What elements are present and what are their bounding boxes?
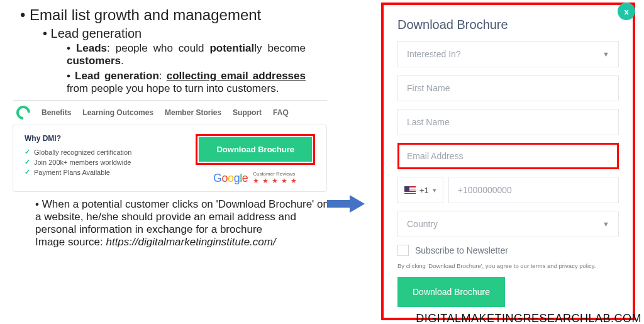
check-icon: ✓ (25, 148, 30, 156)
phone-field[interactable]: +1000000000 (448, 177, 619, 203)
leadgen-definition: Lead generation: collecting email addres… (67, 70, 306, 95)
watermark: DIGITALMAKETINGRESEARCHLAB.COM (416, 312, 641, 324)
first-name-field[interactable]: First Name (397, 75, 619, 101)
feature-row: ✓Payment Plans Available (25, 168, 131, 176)
google-reviews: Google Customer Reviews ★ ★ ★ ★ ★ (213, 171, 297, 185)
star-icons: ★ ★ ★ ★ ★ (253, 177, 297, 185)
dmi-logo-icon (13, 103, 33, 122)
nav-faq[interactable]: FAQ (273, 108, 289, 117)
interested-in-select[interactable]: Interested In? ▼ (397, 41, 619, 67)
subscribe-checkbox[interactable] (397, 245, 409, 256)
chevron-down-icon: ▼ (602, 220, 609, 228)
dmi-widget: Benefits Learning Outcomes Member Storie… (13, 100, 327, 192)
definitions-list: Leads: people who could potentially beco… (67, 42, 306, 95)
check-icon: ✓ (25, 158, 30, 166)
dmi-card: Why DMI? ✓Globally recognized certificat… (13, 125, 327, 192)
download-brochure-button[interactable]: Download Brochure (199, 137, 312, 162)
dial-code-select[interactable]: +1 ▾ (397, 177, 443, 203)
download-highlight-box: Download Brochure (196, 134, 315, 165)
reviews-label: Customer Reviews (253, 171, 297, 177)
last-name-field[interactable]: Last Name (397, 109, 619, 135)
brochure-form: x Download Brochure Interested In? ▼ Fir… (381, 3, 635, 320)
feature-row: ✓Globally recognized certification (25, 148, 131, 156)
dmi-nav: Benefits Learning Outcomes Member Storie… (13, 101, 327, 125)
chevron-down-icon: ▾ (433, 186, 436, 194)
feature-row: ✓Join 200k+ members worldwide (25, 158, 131, 166)
nav-support[interactable]: Support (233, 108, 262, 117)
caption-text: When a potential customer clicks on 'Dow… (35, 198, 331, 249)
nav-learning-outcomes[interactable]: Learning Outcomes (82, 108, 153, 117)
why-dmi-heading: Why DMI? (25, 134, 131, 143)
us-flag-icon (404, 186, 416, 194)
chevron-down-icon: ▼ (602, 50, 609, 58)
arrow-icon (327, 195, 365, 213)
terms-text: By clicking 'Download Brochure', you agr… (397, 262, 619, 269)
google-logo: Google (213, 172, 248, 185)
subscribe-row[interactable]: Subscribe to Newsletter (397, 245, 619, 256)
form-title: Download Brochure (397, 18, 619, 32)
email-field[interactable]: Email Address (397, 143, 619, 169)
submit-download-button[interactable]: Download Brochure (397, 277, 505, 307)
nav-member-stories[interactable]: Member Stories (165, 108, 221, 117)
close-button[interactable]: x (618, 3, 635, 20)
check-icon: ✓ (25, 168, 30, 176)
country-select[interactable]: Country ▼ (397, 211, 619, 237)
leads-definition: Leads: people who could potentially beco… (67, 42, 306, 67)
nav-benefits[interactable]: Benefits (42, 108, 71, 117)
